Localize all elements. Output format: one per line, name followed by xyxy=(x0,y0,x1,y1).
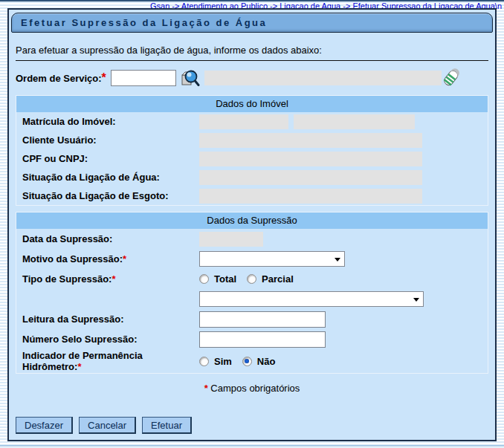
chevron-down-icon xyxy=(413,298,419,302)
radio-sim-label: Sim xyxy=(214,356,232,367)
row-tipo-supressao: Tipo de Supressão:* Total Parcial xyxy=(16,269,488,289)
selo-supressao-label: Número Selo Supressão: xyxy=(16,334,199,345)
row-indicador-permanencia: Indicador de Permanência Hidrômetro:* Si… xyxy=(16,349,488,373)
ordem-servico-label: Ordem de Serviço: xyxy=(16,73,102,84)
required-asterisk: * xyxy=(112,273,115,285)
data-supressao-field xyxy=(199,232,263,247)
leitura-supressao-label: Leitura da Supressão: xyxy=(16,314,199,325)
radio-parcial[interactable] xyxy=(247,274,256,284)
section-dados-imovel: Dados do Imóvel Matrícula do Imóvel: Cli… xyxy=(16,95,488,206)
ordem-servico-label-wrap: Ordem de Serviço:* xyxy=(16,71,111,85)
row-leitura-supressao: Leitura da Supressão: xyxy=(16,309,488,329)
row-matricula: Matrícula do Imóvel: xyxy=(16,112,488,131)
page-title: Efetuar Supressão da Ligação de Água xyxy=(12,13,492,33)
matricula-field-2 xyxy=(294,114,415,129)
situacao-agua-label: Situação da Ligação de Água: xyxy=(16,172,199,183)
situacao-agua-field xyxy=(199,170,422,185)
cancelar-button[interactable]: Cancelar xyxy=(79,417,136,434)
radio-sim[interactable] xyxy=(199,357,209,366)
ordem-servico-display-field xyxy=(204,71,442,85)
situacao-esgoto-field xyxy=(199,189,422,204)
cliente-field xyxy=(199,133,422,148)
row-situacao-agua: Situação da Ligação de Água: xyxy=(16,168,488,186)
section-dados-imovel-title: Dados do Imóvel xyxy=(16,96,488,112)
tipo-supressao-detail-select[interactable] xyxy=(199,291,424,307)
main-form-panel: Efetuar Supressão da Ligação de Água Par… xyxy=(7,8,497,441)
indicador-label-wrap: Indicador de Permanência Hidrômetro:* xyxy=(16,350,199,372)
ordem-servico-row: Ordem de Serviço:* xyxy=(16,67,488,89)
divider xyxy=(16,60,488,61)
ordem-servico-input[interactable] xyxy=(111,70,176,86)
intro-text: Para efetuar a supressão da ligação de á… xyxy=(16,45,488,56)
required-note-text: Campos obrigatórios xyxy=(210,383,300,394)
eraser-icon[interactable] xyxy=(442,68,460,88)
row-selo-supressao: Número Selo Supressão: xyxy=(16,329,488,349)
radio-total-label: Total xyxy=(214,273,236,285)
row-cliente: Cliente Usuário: xyxy=(16,131,488,149)
row-cpf: CPF ou CNPJ: xyxy=(16,149,488,168)
indicador-radio-group: Sim Não xyxy=(199,356,285,367)
required-asterisk: * xyxy=(204,383,208,394)
motivo-supressao-select[interactable] xyxy=(199,251,345,267)
required-asterisk: * xyxy=(123,253,126,264)
required-asterisk: * xyxy=(77,361,81,372)
chevron-down-icon xyxy=(335,258,340,262)
row-data-supressao: Data da Supressão: xyxy=(16,229,488,249)
row-tipo-supressao-detail xyxy=(16,289,488,309)
efetuar-button[interactable]: Efetuar xyxy=(142,417,192,434)
cliente-label: Cliente Usuário: xyxy=(16,134,199,146)
leitura-supressao-input[interactable] xyxy=(199,311,326,328)
page-bottom-border xyxy=(0,445,504,447)
row-situacao-esgoto: Situação da Ligação de Esgoto: xyxy=(16,186,488,205)
section-dados-supressao: Dados da Supressão Data da Supressão: Mo… xyxy=(16,212,488,374)
tipo-supressao-label: Tipo de Supressão: xyxy=(22,273,112,285)
data-supressao-label: Data da Supressão: xyxy=(16,233,199,244)
required-asterisk: * xyxy=(102,71,106,84)
buttons-bar: Desfazer Cancelar Efetuar xyxy=(16,417,488,434)
radio-nao-label: Não xyxy=(257,356,276,367)
radio-parcial-label: Parcial xyxy=(262,273,294,285)
indicador-permanencia-label: Indicador de Permanência Hidrômetro: xyxy=(22,350,143,372)
search-icon[interactable] xyxy=(180,68,200,88)
page-title-bar: Efetuar Supressão da Ligação de Água xyxy=(11,13,493,33)
tipo-supressao-label-wrap: Tipo de Supressão:* xyxy=(16,273,199,285)
motivo-supressao-label-wrap: Motivo da Supressão:* xyxy=(16,253,199,264)
matricula-field-1 xyxy=(199,114,288,129)
situacao-esgoto-label: Situação da Ligação de Esgoto: xyxy=(16,190,199,201)
motivo-supressao-label: Motivo da Supressão: xyxy=(22,253,123,264)
selo-supressao-input[interactable] xyxy=(199,331,326,348)
row-motivo-supressao: Motivo da Supressão:* xyxy=(16,249,488,269)
radio-total[interactable] xyxy=(199,274,209,284)
matricula-label: Matrícula do Imóvel: xyxy=(16,116,199,127)
radio-nao[interactable] xyxy=(242,357,252,366)
section-dados-supressao-title: Dados da Supressão xyxy=(16,212,488,229)
tipo-supressao-radio-group: Total Parcial xyxy=(199,273,304,285)
desfazer-button[interactable]: Desfazer xyxy=(16,417,73,434)
cpf-label: CPF ou CNPJ: xyxy=(16,153,199,164)
required-fields-note: * Campos obrigatórios xyxy=(9,383,495,394)
cpf-field xyxy=(199,152,422,166)
